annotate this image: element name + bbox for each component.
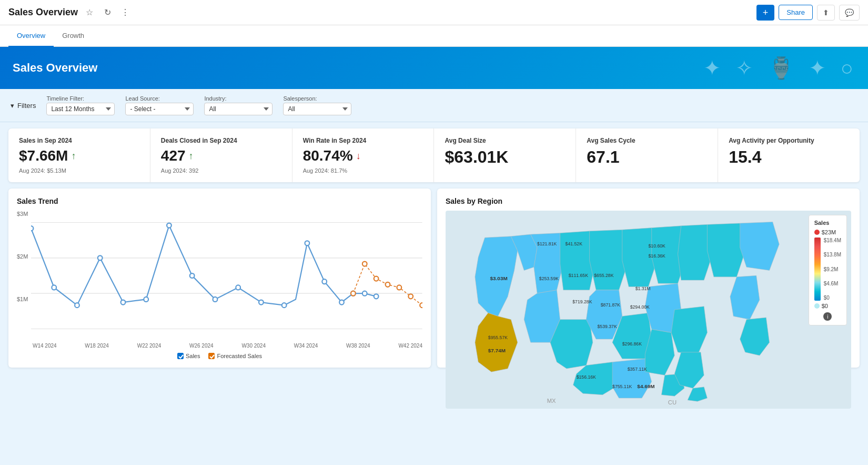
map-legend-labels: $18.4M $13.8M $9.2M $4.6M $0 [824,238,841,301]
lead-source-filter-select[interactable]: - Select - Web Phone Email Referral [125,103,194,115]
add-button[interactable]: + [756,5,775,21]
x-label-w26: W26 2024 [189,343,214,349]
kpi-activity: Avg Activity per Opportunity 15.4 [718,128,860,182]
favorite-icon[interactable]: ☆ [82,5,97,20]
kpi-deals-value: 427 ↑ [161,147,281,164]
state-ca [475,313,518,372]
kpi-deals-label: Deals Closed in Sep 2024 [161,137,281,144]
salesperson-filter-group: Salesperson: All John Smith Jane Doe Bob… [283,95,351,115]
top-bar-left: Sales Overview ☆ ↻ ⋮ [8,5,133,20]
kpi-dealsize: Avg Deal Size $63.01K [434,128,576,182]
banner-title: Sales Overview [13,61,97,75]
x-label-w22: W22 2024 [137,343,162,349]
sales-region-card: Sales by Region [437,189,860,368]
sales-dot [121,300,126,305]
chevron-down-icon: ▾ [11,102,14,110]
industry-filter-label: Industry: [204,95,272,102]
sales-dot [213,297,218,302]
x-label-w34: W34 2024 [294,343,318,349]
banner-decorations: ✦ ✧ 🏺 ✦ ○ [703,56,857,81]
kpi-dealsize-value: $63.01K [445,147,565,167]
state-al-ga [674,352,704,388]
top-bar: Sales Overview ☆ ↻ ⋮ + Share ⬆ 💬 [0,0,868,25]
map-legend-title: Sales [814,220,841,226]
industry-filter-select[interactable]: All Technology Finance Healthcare Retail [204,103,272,115]
sales-dot [305,241,310,245]
legend-label-46m: $4.6M [824,281,841,286]
timeline-filter-label: Timeline Filter: [46,95,115,102]
sales-dot [75,303,80,308]
region-label: $655.28K [594,273,613,278]
share-button[interactable]: Share [779,5,813,20]
kpi-activity-value: 15.4 [729,147,849,167]
region-label: $7.74M [488,348,506,353]
kpi-deals-prev: Aug 2024: 392 [161,167,281,174]
map-legend-bar: $18.4M $13.8M $9.2M $4.6M $0 [814,238,841,301]
sales-trend-area: $3M $2M $1M [17,211,422,359]
kpi-sales-trend-icon: ↑ [71,151,76,162]
filters-label: Filters [17,102,36,110]
chart-legend: Sales Forecasted Sales [17,353,422,359]
timeline-filter-group: Timeline Filter: Last 12 Months Last 6 M… [46,95,115,115]
region-label: $955.57K [488,335,508,340]
sales-dot [31,226,33,231]
forecast-dot [420,303,422,308]
y-label-3m: $3M [17,211,28,217]
us-map-svg: $3.03M $121.81K $41.52K $253.59K $111.65… [446,211,851,409]
sales-region-area: $3.03M $121.81K $41.52K $253.59K $111.65… [446,211,851,409]
legend-sales-checkbox [177,353,184,359]
map-legend: Sales $23M $18.4M $13.8M $9.2M $4.6M $0 [809,215,847,325]
info-icon[interactable]: i [823,312,832,321]
region-label: $357.11K [628,367,647,372]
x-label-w38: W38 2024 [346,343,370,349]
region-label: $294.00K [630,304,650,310]
kpi-deals: Deals Closed in Sep 2024 427 ↑ Aug 2024:… [150,128,292,182]
more-options-icon[interactable]: ⋮ [118,5,133,20]
tab-growth[interactable]: Growth [54,25,93,47]
sales-dot [282,303,287,308]
kpi-winrate-value: 80.74% ↓ [303,147,423,164]
legend-forecast-checkbox [208,353,215,359]
top-bar-right: + Share ⬆ 💬 [756,5,860,21]
chat-button[interactable]: 💬 [839,5,860,21]
refresh-icon[interactable]: ↻ [100,5,115,20]
sales-trend-svg-container [31,211,422,341]
y-label-1m: $1M [17,296,28,302]
tab-overview[interactable]: Overview [8,25,54,47]
region-label: $10.60K [649,243,666,249]
region-label: $1.31M [635,286,651,291]
state-ne-ma [740,222,780,270]
sales-trend-svg [31,211,422,341]
kpi-row: Sales in Sep 2024 $7.66M ↑ Aug 2024: $5.… [8,128,860,182]
legend-forecast: Forecasted Sales [208,353,262,359]
sales-dot [98,255,103,260]
region-label: $755.11K [612,384,632,389]
kpi-sales-prev: Aug 2024: $5.13M [19,167,139,174]
region-label: $539.37K [598,324,617,329]
state-fl [688,387,707,401]
legend-label-184m: $18.4M [824,238,841,243]
timeline-filter-select[interactable]: Last 12 Months Last 6 Months Last 3 Mont… [46,103,115,115]
legend-min-dot [814,303,820,309]
kpi-winrate-label: Win Rate in Sep 2024 [303,137,423,144]
map-legend-max: $23M [814,229,841,235]
kpi-salescycle: Avg Sales Cycle 67.1 [576,128,718,182]
map-legend-max-label: $23M [822,229,836,235]
map-legend-min-label: $0 [822,303,828,309]
upload-button[interactable]: ⬆ [817,5,835,21]
forecast-dot [374,276,379,281]
salesperson-filter-select[interactable]: All John Smith Jane Doe Bob Johnson [283,103,351,115]
top-bar-icons: ☆ ↻ ⋮ [82,5,133,20]
region-label: $41.52K [566,241,583,246]
sales-dot [322,279,327,284]
region-label: $121.81K [537,241,557,246]
region-label: $719.28K [572,299,592,304]
legend-sales-label: Sales [186,353,200,359]
legend-sales: Sales [177,353,200,359]
y-axis: $3M $2M $1M [17,211,28,341]
region-label: $3.03M [490,275,508,281]
kpi-activity-label: Avg Activity per Opportunity [729,137,849,144]
sales-dot [52,285,57,290]
forecast-dot [397,285,402,290]
filters-toggle[interactable]: ▾ Filters [11,102,36,110]
